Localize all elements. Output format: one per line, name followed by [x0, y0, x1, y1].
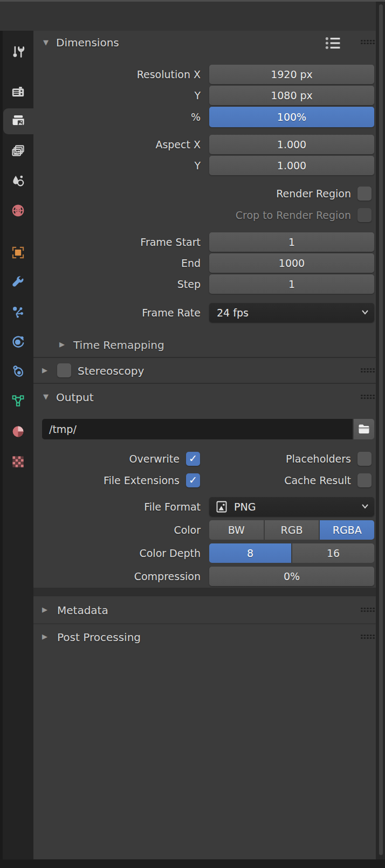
file-format-dropdown[interactable]: PNG [209, 497, 374, 516]
output-panel-title: Output [56, 391, 93, 404]
stereoscopy-checkbox[interactable] [57, 363, 71, 377]
chevron-down-icon [361, 504, 369, 509]
scrollbar-thumb[interactable] [379, 4, 383, 855]
color-label: Color [33, 520, 201, 540]
color-bw-button[interactable]: BW [209, 520, 264, 540]
editor-left-edge [0, 0, 3, 868]
panel-drag-grip[interactable] [360, 607, 375, 612]
frame-start-field[interactable]: 1 [209, 232, 374, 252]
presets-menu-icon[interactable] [324, 36, 344, 51]
properties-editor: Scene [0, 0, 385, 868]
tab-tool[interactable] [3, 39, 32, 65]
file-format-label: File Format [33, 497, 201, 516]
file-extensions-label: File Extensions [33, 473, 180, 487]
placeholders-label: Placeholders [205, 452, 351, 466]
resolution-y-field[interactable]: 1080 px [209, 86, 374, 105]
editor-header [0, 2, 376, 31]
panel-drag-grip[interactable] [360, 634, 375, 639]
resolution-scale-slider[interactable]: 100% [209, 107, 374, 127]
stereoscopy-panel-title[interactable]: Stereoscopy [78, 364, 144, 377]
panel-separator [33, 623, 376, 624]
particles-icon [11, 305, 25, 319]
output-icon [11, 114, 26, 129]
frame-start-label: Frame Start [33, 232, 201, 252]
color-depth-8-button[interactable]: 8 [209, 543, 291, 563]
frame-end-field[interactable]: 1000 [209, 253, 374, 273]
aspect-y-field[interactable]: 1.000 [209, 156, 374, 175]
panel-drag-grip[interactable] [360, 394, 375, 399]
post-processing-panel-title[interactable]: Post Processing [57, 631, 141, 644]
scene-icon [11, 174, 25, 188]
frame-rate-value: 24 fps [217, 307, 249, 319]
tab-physics[interactable] [3, 328, 32, 354]
tab-texture[interactable] [3, 449, 32, 474]
object-data-icon [11, 394, 25, 408]
stereoscopy-collapse-arrow[interactable]: ▶ [42, 366, 47, 374]
frame-step-field[interactable]: 1 [209, 274, 374, 294]
compression-slider[interactable]: 0% [209, 567, 374, 586]
texture-icon [11, 454, 25, 469]
tab-particles[interactable] [3, 299, 32, 325]
color-mode-segmented: BW RGB RGBA [209, 520, 374, 540]
render-region-checkbox[interactable] [358, 187, 372, 201]
file-format-value: PNG [234, 501, 256, 513]
tab-modifiers[interactable] [3, 269, 32, 295]
placeholders-checkbox[interactable] [358, 452, 372, 466]
constraints-icon [11, 364, 25, 378]
render-region-label: Render Region [33, 187, 351, 201]
panel-gap [33, 588, 376, 596]
scrollbar-track[interactable] [376, 0, 385, 868]
output-path-input[interactable]: /tmp/ [42, 419, 353, 439]
color-rgba-button[interactable]: RGBA [320, 520, 374, 540]
time-remapping-collapse-arrow[interactable]: ▶ [59, 340, 65, 348]
panel-separator [33, 383, 376, 384]
image-icon [215, 500, 228, 513]
dimensions-panel-title: Dimensions [56, 36, 119, 49]
time-remapping-title[interactable]: Time Remapping [73, 339, 164, 352]
overwrite-label: Overwrite [33, 452, 180, 466]
frame-rate-dropdown[interactable]: 24 fps [209, 303, 374, 322]
panel-drag-grip[interactable] [360, 368, 375, 373]
tool-settings-icon [11, 45, 25, 59]
resolution-x-field[interactable]: 1920 px [209, 65, 374, 84]
color-depth-label: Color Depth [33, 543, 201, 563]
panel-separator [33, 357, 376, 358]
cache-result-label: Cache Result [205, 473, 351, 487]
resolution-scale-label: % [33, 107, 201, 127]
color-depth-segmented: 8 16 [209, 543, 374, 563]
color-rgb-button[interactable]: RGB [265, 520, 319, 540]
metadata-collapse-arrow[interactable]: ▶ [42, 605, 47, 614]
output-collapse-arrow[interactable]: ▼ [43, 392, 49, 401]
post-processing-collapse-arrow[interactable]: ▶ [42, 632, 47, 640]
file-extensions-checkbox[interactable] [186, 473, 200, 487]
frame-step-label: Step [33, 274, 201, 294]
aspect-y-label: Y [33, 156, 201, 175]
folder-icon [358, 423, 370, 435]
tab-output[interactable] [3, 108, 33, 134]
color-depth-16-button[interactable]: 16 [292, 543, 374, 563]
object-icon [11, 245, 25, 260]
tab-object[interactable] [3, 239, 32, 265]
aspect-x-field[interactable]: 1.000 [209, 135, 374, 154]
resolution-x-label: Resolution X [33, 65, 201, 84]
tab-render[interactable] [3, 79, 32, 105]
aspect-x-label: Aspect X [33, 135, 201, 154]
world-icon [11, 203, 25, 218]
overwrite-checkbox[interactable] [186, 452, 200, 466]
tab-constraints[interactable] [3, 358, 32, 384]
panel-drag-grip[interactable] [360, 39, 375, 45]
browse-folder-button[interactable] [354, 419, 374, 439]
frame-end-label: End [33, 253, 201, 273]
frame-rate-label: Frame Rate [33, 303, 201, 322]
editor-bottom-edge [0, 859, 385, 868]
tab-object-data[interactable] [3, 388, 32, 414]
compression-label: Compression [33, 567, 201, 586]
tab-scene[interactable] [3, 168, 32, 194]
cache-result-checkbox[interactable] [358, 473, 372, 487]
tab-view-layer[interactable] [3, 138, 32, 164]
dimensions-collapse-arrow[interactable]: ▼ [43, 38, 49, 46]
metadata-panel-title[interactable]: Metadata [57, 604, 108, 617]
modifiers-icon [11, 275, 25, 290]
resolution-y-label: Y [33, 86, 201, 105]
tab-world[interactable] [3, 197, 32, 223]
